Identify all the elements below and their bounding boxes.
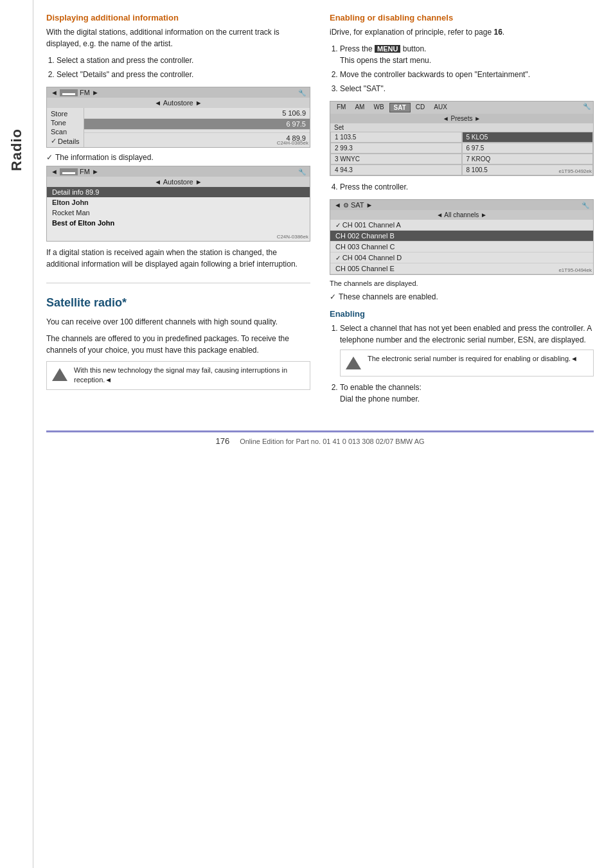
nav-left-2: ◄ ▬▬ FM ► — [51, 168, 99, 175]
tab-am: AM — [351, 103, 368, 112]
step-1: Select a station and press the controlle… — [57, 55, 310, 66]
sat-cell-3-2: 7 KROQ — [462, 154, 594, 164]
tab-cd: CD — [412, 103, 429, 112]
sat-screen-icon: 🔧 — [583, 103, 591, 112]
step-2: Select "Details" and press the controlle… — [57, 69, 310, 80]
right-column: Enabling or disabling channels iDrive, f… — [330, 13, 594, 411]
nav-left-1: ◄ ▬▬ FM ► — [51, 89, 99, 96]
steps-list-1: Select a station and press the controlle… — [46, 55, 310, 80]
fm-menu-area: Store Tone Scan ✓Details 5 106.9 6 97.5 — [47, 108, 310, 147]
enabling-title: Enabling — [330, 309, 594, 319]
fm-sub-bar-1: ◄ Autostore ► — [47, 98, 310, 108]
caption-channels: The channels are displayed. — [330, 279, 594, 288]
triangle-container-2 — [344, 354, 362, 372]
channel-nav: ◄ ⚙ SAT ► — [334, 201, 373, 209]
caption-info-displayed: ✓ The information is displayed. — [46, 153, 310, 162]
freq-row-4: 4 89.9 — [84, 133, 310, 143]
step-4-list: Press the controller. — [330, 181, 594, 193]
sat-cell-2-2: 6 97.5 — [462, 143, 594, 154]
song-name: Rocket Man — [47, 208, 310, 218]
enabling-sub-step-2: To enable the channels:Dial the phone nu… — [340, 382, 594, 405]
check-icon-caption: ✓ — [46, 153, 53, 162]
enabling-note-text: The electronic serial number is required… — [368, 354, 578, 364]
artist-name: Elton John — [47, 197, 310, 208]
tab-aux: AUX — [430, 103, 451, 112]
caption-enabled-text: These channels are enabled. — [339, 292, 438, 301]
sat-tab-bar: FM AM WB SAT CD AUX 🔧 — [330, 102, 593, 114]
left-column: Displaying additional information With t… — [46, 13, 310, 411]
sat-cell-2-1: 2 99.3 — [330, 143, 462, 154]
sat-watermark: e1T95-0492ek — [558, 168, 592, 174]
satellite-body-2: The channels are offered to you in prede… — [46, 333, 310, 356]
tab-sat: SAT — [389, 103, 411, 112]
tab-fm: FM — [333, 103, 350, 112]
after-text: If a digital station is received again w… — [46, 247, 310, 270]
caption-text-1: The information is displayed. — [55, 153, 154, 162]
channel-row-4: CH 004 Channel D — [330, 252, 593, 263]
screen-icon-1: 🔧 — [298, 89, 306, 96]
screen-icon-2: 🔧 — [298, 168, 306, 175]
sat-set-row: Set — [330, 123, 593, 132]
channel-row-5: CH 005 Channel E — [330, 263, 593, 274]
screen-watermark-2: C24N-0386ek — [277, 234, 308, 240]
enabling-step-1: Press the MENU button. This opens the st… — [340, 43, 594, 66]
page-footer: 176 Online Edition for Part no. 01 41 0 … — [46, 430, 594, 446]
screen-watermark-1: C24H-0385ek — [277, 140, 308, 146]
fm-top-bar-1: ◄ ▬▬ FM ► 🔧 — [47, 87, 310, 98]
section-enabling-channels: Enabling or disabling channels iDrive, f… — [330, 13, 594, 301]
fm-sub-bar-2: ◄ Autostore ► — [47, 177, 310, 187]
enabling-sub-step-1: Select a channel that has not yet been e… — [340, 323, 594, 376]
screen2-spacer — [47, 228, 310, 241]
channel-row-1: CH 001 Channel A — [330, 220, 593, 231]
menu-store: Store — [51, 109, 80, 118]
page-number: 176 — [215, 436, 229, 446]
note-text: With this new technology the signal may … — [74, 366, 306, 385]
enabling-note-box: The electronic serial number is required… — [340, 350, 594, 376]
sat-cell-1-1: 1 103.5 — [330, 132, 462, 143]
enabling-body-1: iDrive, for explanation of principle, re… — [330, 26, 594, 38]
channel-sub-bar: ◄ All channels ► — [330, 210, 593, 220]
footer-text: Online Edition for Part no. 01 41 0 013 … — [240, 438, 424, 445]
sat-screen: FM AM WB SAT CD AUX 🔧 ◄ Presets ► Set 1 … — [330, 101, 594, 176]
enabling-step-3: Select "SAT". — [340, 83, 594, 94]
sat-cell-1-2: 5 KLO5 — [462, 132, 594, 143]
channel-row-2: CH 002 Channel B — [330, 231, 593, 242]
triangle-icon — [52, 368, 67, 381]
fm-screen-2: ◄ ▬▬ FM ► 🔧 ◄ Autostore ► Detail info 89… — [46, 166, 310, 242]
main-content: Displaying additional information With t… — [33, 0, 613, 868]
two-column-layout: Displaying additional information With t… — [46, 13, 594, 411]
tab-wb: WB — [369, 103, 387, 112]
album-name: Best of Elton John — [47, 218, 310, 228]
enabling-step-2: Move the controller backwards to open "E… — [340, 69, 594, 80]
channel-watermark: e1T95-0494ek — [558, 267, 592, 273]
menu-keyword: MENU — [375, 45, 400, 53]
enabling-steps: Press the MENU button. This opens the st… — [330, 43, 594, 94]
section-displaying-info: Displaying additional information With t… — [46, 13, 310, 270]
triangle-icon-2 — [346, 357, 361, 369]
check-icon-enabled: ✓ — [330, 292, 336, 301]
sidebar-label: Radio — [8, 128, 25, 171]
channel-screen: ◄ ⚙ SAT ► 🔧 ◄ All channels ► CH 001 Chan… — [330, 199, 594, 275]
satellite-note-box: With this new technology the signal may … — [46, 361, 310, 390]
detail-info-row: Detail info 89.9 — [47, 187, 310, 197]
frequency-col: 5 106.9 6 97.5 4 89.9 — [84, 108, 310, 147]
sat-presets-bar: ◄ Presets ► — [330, 114, 593, 123]
sat-cell-4-1: 4 94.3 — [330, 164, 462, 175]
freq-row-2: 6 97.5 — [84, 119, 310, 130]
section-title-displaying: Displaying additional information — [46, 13, 310, 22]
triangle-container — [51, 366, 69, 384]
check-icon-1: ✓ — [51, 137, 57, 145]
enabling-step-4: Press the controller. — [340, 181, 594, 193]
channel-icon: 🔧 — [582, 202, 589, 209]
section-divider — [46, 283, 310, 283]
sat-cell-3-1: 3 WNYC — [330, 154, 462, 164]
fm-screen-1: ◄ ▬▬ FM ► 🔧 ◄ Autostore ► Store Tone Sca… — [46, 87, 310, 148]
menu-col: Store Tone Scan ✓Details — [47, 108, 84, 147]
enabling-sub-section: Enabling Select a channel that has not y… — [330, 309, 594, 405]
freq-row-1: 5 106.9 — [84, 108, 310, 119]
satellite-body-1: You can receive over 100 different chann… — [46, 316, 310, 328]
satellite-heading: Satellite radio* — [46, 296, 310, 310]
menu-scan: Scan — [51, 127, 80, 136]
caption-enabled: ✓ These channels are enabled. — [330, 292, 594, 301]
channel-row-3: CH 003 Channel C — [330, 242, 593, 252]
